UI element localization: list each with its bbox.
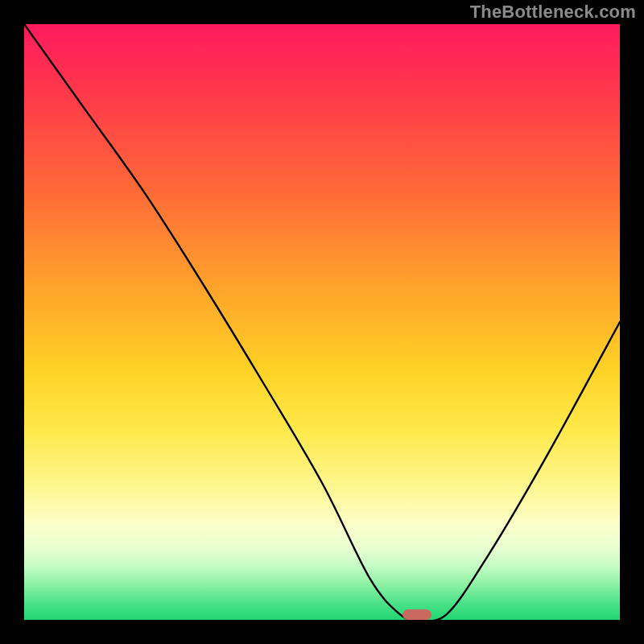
plot-area <box>24 24 620 620</box>
optimal-marker <box>402 609 431 620</box>
bottleneck-curve-line <box>24 24 620 620</box>
watermark-text: TheBottleneck.com <box>470 2 636 23</box>
chart-container: TheBottleneck.com <box>0 0 644 644</box>
chart-svg <box>24 24 620 620</box>
